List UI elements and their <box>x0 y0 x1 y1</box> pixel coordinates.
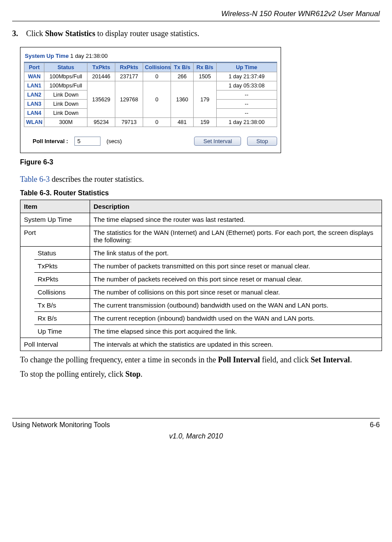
lan3-port: LAN3 <box>24 100 44 109</box>
p1-b1: Poll Interval <box>218 355 260 364</box>
p1-pre: To change the polling frequency, enter a… <box>20 355 218 364</box>
desc-row-rxpkts: RxPkts The number of packets received on… <box>20 273 382 286</box>
col-rxpkts: RxPkts <box>115 63 143 72</box>
desc-row-pollinterval: Poll Interval The intervals at which the… <box>20 338 382 351</box>
desc-sub-item-1: TxPkts <box>34 260 90 273</box>
desc-sub-desc-6: The time elapsed since this port acquire… <box>90 325 382 338</box>
desc-sub-item-0: Status <box>34 247 90 260</box>
stats-row-lan1: LAN1 100Mbps/Full 135629 129768 0 1360 1… <box>24 81 277 90</box>
col-port: Port <box>24 63 44 72</box>
col-rxbs: Rx B/s <box>194 63 216 72</box>
desc-desc-last: The intervals at which the statistics ar… <box>90 338 382 351</box>
lan2-up: -- <box>216 90 277 100</box>
desc-row-rxbs: Rx B/s The current reception (inbound) b… <box>20 312 382 325</box>
wan-status: 100Mbps/Full <box>44 72 87 81</box>
desc-sub-desc-5: The current reception (inbound) bandwidt… <box>90 312 382 325</box>
poll-interval-label: Poll Interval : <box>33 138 68 144</box>
lan-rxbs: 179 <box>194 81 216 118</box>
lan-rx: 129768 <box>115 81 143 118</box>
poll-interval-row: Poll Interval : (secs) Set Interval Stop <box>24 137 277 146</box>
lan-txbs: 1360 <box>171 81 193 118</box>
desc-head-desc: Description <box>90 200 382 213</box>
wan-rx: 237177 <box>115 72 143 81</box>
router-statistics-table: Item Description System Up Time The time… <box>20 200 382 351</box>
wlan-txbs: 481 <box>171 118 193 127</box>
desc-row-collisions: Collisions The number of collisions on t… <box>20 286 382 299</box>
desc-desc-1: The statistics for the WAN (Internet) an… <box>90 226 382 247</box>
lan3-status: Link Down <box>44 100 87 109</box>
para-poll-change: To change the polling frequency, enter a… <box>20 355 380 365</box>
table-6-3-caption: Table 6-3. Router Statistics <box>20 189 380 197</box>
lan3-up: -- <box>216 100 277 109</box>
desc-sub-desc-0: The link status of the port. <box>90 247 382 260</box>
desc-row-sysuptime: System Up Time The time elapsed since th… <box>20 213 382 226</box>
desc-row-port: Port The statistics for the WAN (Interne… <box>20 226 382 247</box>
lan2-port: LAN2 <box>24 90 44 100</box>
step-text: Click Show Statistics to display router … <box>26 29 380 38</box>
wan-tx: 201446 <box>87 72 115 81</box>
desc-item-1: Port <box>20 226 90 247</box>
wlan-rxbs: 159 <box>194 118 216 127</box>
col-status: Status <box>44 63 87 72</box>
wan-rxbs: 1505 <box>194 72 216 81</box>
system-up-time-value: 1 day 21:38:00 <box>69 53 108 59</box>
desc-sub-item-4: Tx B/s <box>34 299 90 312</box>
lan2-status: Link Down <box>44 90 87 100</box>
p1-post: . <box>350 355 352 364</box>
poll-interval-input[interactable] <box>74 137 101 146</box>
desc-row-uptime: Up Time The time elapsed since this port… <box>20 325 382 338</box>
stats-header-row: Port Status TxPkts RxPkts Collisions Tx … <box>24 63 277 72</box>
stats-row-wlan: WLAN 300M 95234 79713 0 481 159 1 day 21… <box>24 118 277 127</box>
col-uptime: Up Time <box>216 63 277 72</box>
wlan-up: 1 day 21:38:00 <box>216 118 277 127</box>
header-rule <box>12 21 380 21</box>
col-txbs: Tx B/s <box>171 63 193 72</box>
desc-sub-item-2: RxPkts <box>34 273 90 286</box>
stop-button[interactable]: Stop <box>247 137 277 146</box>
wlan-port: WLAN <box>24 118 44 127</box>
set-interval-button[interactable]: Set Interval <box>194 137 241 146</box>
desc-header-row: Item Description <box>20 200 382 213</box>
desc-row-status: Status The link status of the port. <box>20 247 382 260</box>
desc-item-last: Poll Interval <box>20 338 90 351</box>
desc-sub-item-5: Rx B/s <box>34 312 90 325</box>
p1-b2: Set Interval <box>311 355 350 364</box>
p2-post: . <box>141 370 143 378</box>
wlan-tx: 95234 <box>87 118 115 127</box>
desc-sub-item-6: Up Time <box>34 325 90 338</box>
lan1-status: 100Mbps/Full <box>44 81 87 90</box>
col-txpkts: TxPkts <box>87 63 115 72</box>
footer-center: v1.0, March 2010 <box>12 432 380 440</box>
desc-row-txpkts: TxPkts The number of packets transmitted… <box>20 260 382 273</box>
desc-sub-desc-3: The number of collisions on this port si… <box>90 286 382 299</box>
page-header-title: Wireless-N 150 Router WNR612v2 User Manu… <box>12 10 380 21</box>
p2-b1: Stop <box>125 370 141 378</box>
lan4-port: LAN4 <box>24 109 44 118</box>
lan-tx: 135629 <box>87 81 115 118</box>
desc-desc-0: The time elapsed since the router was la… <box>90 213 382 226</box>
table-ref-rest: describes the router statistics. <box>50 175 144 184</box>
wan-txbs: 266 <box>171 72 193 81</box>
lan4-status: Link Down <box>44 109 87 118</box>
table-6-3-link[interactable]: Table 6-3 <box>20 175 50 184</box>
wlan-coll: 0 <box>143 118 171 127</box>
stats-row-wan: WAN 100Mbps/Full 201446 237177 0 266 150… <box>24 72 277 81</box>
wan-coll: 0 <box>143 72 171 81</box>
p2-pre: To stop the polling entirely, click <box>20 370 125 378</box>
desc-sub-item-3: Collisions <box>34 286 90 299</box>
desc-sub-desc-2: The number of packets received on this p… <box>90 273 382 286</box>
figure-6-3-screenshot: System Up Time 1 day 21:38:00 Port Statu… <box>20 47 281 153</box>
poll-interval-secs: (secs) <box>107 138 122 144</box>
col-collisions: Collisions <box>143 63 171 72</box>
desc-sub-desc-1: The number of packets transmitted on thi… <box>90 260 382 273</box>
table-ref-paragraph: Table 6-3 describes the router statistic… <box>20 175 380 184</box>
wlan-status: 300M <box>44 118 87 127</box>
wlan-rx: 79713 <box>115 118 143 127</box>
desc-row-txbs: Tx B/s The current transmission (outboun… <box>20 299 382 312</box>
wan-up: 1 day 21:37:49 <box>216 72 277 81</box>
system-up-time-row: System Up Time 1 day 21:38:00 <box>24 51 277 63</box>
lan1-port: LAN1 <box>24 81 44 90</box>
desc-indent-cell <box>20 247 34 338</box>
lan-coll: 0 <box>143 81 171 118</box>
step-3: 3. Click Show Statistics to display rout… <box>12 29 380 38</box>
